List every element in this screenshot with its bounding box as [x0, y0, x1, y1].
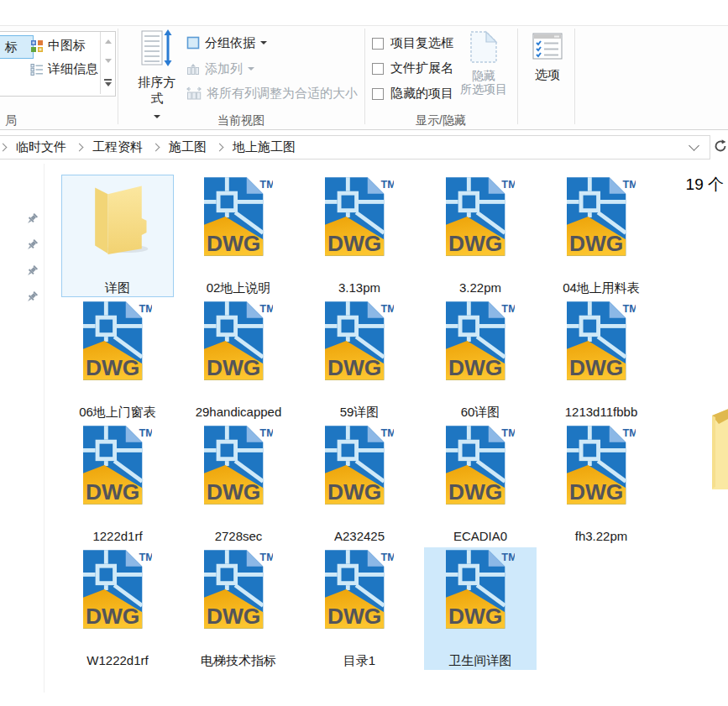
pin-icon[interactable] — [25, 290, 39, 304]
svg-text:DWG: DWG — [569, 355, 623, 380]
svg-text:TM: TM — [622, 303, 636, 315]
group-label-layout: 局 — [5, 113, 30, 128]
file-name-label: 60详图 — [425, 405, 536, 420]
file-item[interactable]: DWG TM 卫生间详图 — [424, 547, 537, 670]
chevron-right-icon[interactable] — [216, 144, 224, 152]
svg-text:DWG: DWG — [207, 231, 260, 256]
svg-text:TM: TM — [139, 427, 152, 439]
view-option-large-icons-partial[interactable]: 标 — [0, 35, 34, 59]
svg-text:DWG: DWG — [448, 355, 502, 380]
svg-text:DWG: DWG — [327, 231, 381, 256]
nav-pane-divider — [44, 164, 45, 693]
file-name-label: A232425 — [304, 529, 415, 544]
chevron-right-icon[interactable] — [76, 144, 84, 152]
dwg-file-icon: DWG TM — [567, 176, 636, 257]
ribbon-tab-strip — [0, 0, 728, 26]
chevron-right-icon[interactable] — [0, 144, 7, 152]
svg-text:DWG: DWG — [207, 604, 260, 629]
dwg-file-icon: DWG TM — [83, 301, 152, 381]
svg-text:TM: TM — [139, 303, 152, 315]
ribbon-separator — [118, 29, 118, 124]
file-item[interactable]: DWG TM 目录1 — [303, 547, 416, 670]
file-name-label: 04地上用料表 — [546, 280, 657, 295]
breadcrumb-item[interactable]: 工程资料 — [87, 139, 148, 155]
file-item[interactable]: DWG TM W1222d1rf — [61, 547, 174, 670]
svg-text:DWG: DWG — [207, 479, 260, 505]
item-checkboxes-option[interactable]: 项目复选框 — [372, 35, 453, 51]
file-item[interactable]: DWG TM A232425 — [303, 423, 416, 546]
address-dropdown-icon[interactable] — [689, 140, 699, 151]
file-item[interactable]: DWG TM fh3.22pm — [545, 423, 657, 546]
options-label: 选项 — [522, 67, 573, 83]
group-by-button[interactable]: 分组依据 — [186, 34, 267, 52]
file-item[interactable]: DWG TM 06地上门窗表 — [61, 299, 174, 421]
file-item[interactable]: DWG TM 04地上用料表 — [545, 175, 657, 297]
dwg-file-icon: DWG TM — [325, 425, 394, 505]
dwg-file-icon: DWG TM — [567, 425, 636, 505]
file-item[interactable]: DWG TM 60详图 — [424, 299, 537, 421]
group-by-caret-icon — [260, 41, 267, 44]
svg-text:TM: TM — [501, 179, 515, 191]
breadcrumb-item[interactable]: 施工图 — [164, 139, 212, 155]
size-columns-icon — [186, 86, 202, 100]
options-button[interactable]: 选项 — [522, 33, 573, 123]
ribbon-separator — [574, 29, 575, 124]
item-checkboxes-checkbox[interactable] — [372, 38, 384, 50]
file-name-label: W1222d1rf — [62, 653, 173, 668]
ribbon-separator — [517, 29, 518, 124]
add-columns-button[interactable]: 添加列 — [186, 60, 254, 78]
svg-text:TM: TM — [380, 552, 394, 563]
dwg-file-icon: DWG TM — [446, 425, 515, 505]
file-item[interactable]: DWG TM 3.22pm — [424, 175, 537, 297]
file-name-label: 59详图 — [304, 405, 415, 420]
svg-text:DWG: DWG — [86, 355, 139, 380]
dwg-file-icon: DWG TM — [325, 301, 394, 381]
details-view-icon — [30, 63, 44, 76]
hide-selected-icon — [469, 29, 499, 65]
view-option-label: 中图标 — [48, 38, 86, 54]
gallery-scroll-up-icon[interactable] — [105, 39, 112, 44]
svg-text:DWG: DWG — [327, 355, 381, 380]
file-item[interactable]: DWG TM 29handicapped — [182, 299, 295, 421]
file-item[interactable]: DWG TM 电梯技术指标 — [182, 547, 295, 670]
file-extensions-option[interactable]: 文件扩展名 — [372, 60, 453, 76]
view-option-medium-icons[interactable]: 中图标 — [30, 35, 86, 56]
gallery-more-icon[interactable] — [104, 79, 112, 86]
breadcrumb-item[interactable]: 地上施工图 — [228, 139, 301, 155]
view-option-label: 标 — [5, 39, 18, 55]
file-name-label: 2728sec — [183, 529, 294, 544]
folder-preview-icon — [707, 402, 728, 489]
svg-text:TM: TM — [259, 552, 273, 563]
hide-selected-button[interactable]: 隐藏 所选项目 — [458, 29, 510, 127]
breadcrumb-item[interactable]: 临时文件 — [11, 139, 71, 155]
refresh-button[interactable] — [713, 139, 728, 154]
svg-text:TM: TM — [380, 179, 394, 191]
file-name-label: 29handicapped — [183, 405, 294, 420]
sort-by-button[interactable]: 排序方式 — [133, 29, 181, 125]
gallery-scroll-down-icon[interactable] — [105, 59, 112, 63]
file-item[interactable]: DWG TM 59详图 — [303, 299, 416, 421]
file-item[interactable]: 详图 — [61, 175, 174, 297]
file-item[interactable]: DWG TM 2728sec — [182, 423, 295, 546]
file-item[interactable]: DWG TM 1222d1rf — [61, 423, 174, 546]
chevron-right-icon[interactable] — [152, 144, 160, 152]
pin-icon[interactable] — [25, 264, 39, 278]
group-by-icon — [186, 36, 200, 50]
hide-selected-label-2: 所选项目 — [458, 82, 510, 96]
hidden-items-option[interactable]: 隐藏的项目 — [372, 86, 453, 102]
hidden-items-checkbox[interactable] — [372, 88, 384, 100]
pin-icon[interactable] — [25, 238, 39, 252]
svg-text:DWG: DWG — [327, 604, 381, 629]
pin-icon[interactable] — [25, 212, 39, 226]
dwg-file-icon: DWG TM — [446, 176, 515, 257]
view-option-details[interactable]: 详细信息 — [30, 59, 98, 80]
file-explorer-window: { "ribbon": { "view_gallery": { "partial… — [0, 0, 728, 706]
file-extensions-checkbox[interactable] — [372, 63, 384, 75]
size-columns-button[interactable]: 将所有列调整为合适的大小 — [186, 84, 358, 102]
file-item[interactable]: DWG TM 1213d11fbbb — [545, 299, 657, 421]
file-item[interactable]: DWG TM 02地上说明 — [182, 175, 295, 297]
address-bar[interactable]: 临时文件工程资料施工图地上施工图 — [0, 135, 710, 160]
file-item[interactable]: DWG TM 3.13pm — [303, 175, 416, 297]
file-list-area: 详图 DWG TM 02地上说明 — [0, 162, 728, 706]
file-item[interactable]: DWG TM ECADIA0 — [424, 423, 537, 546]
